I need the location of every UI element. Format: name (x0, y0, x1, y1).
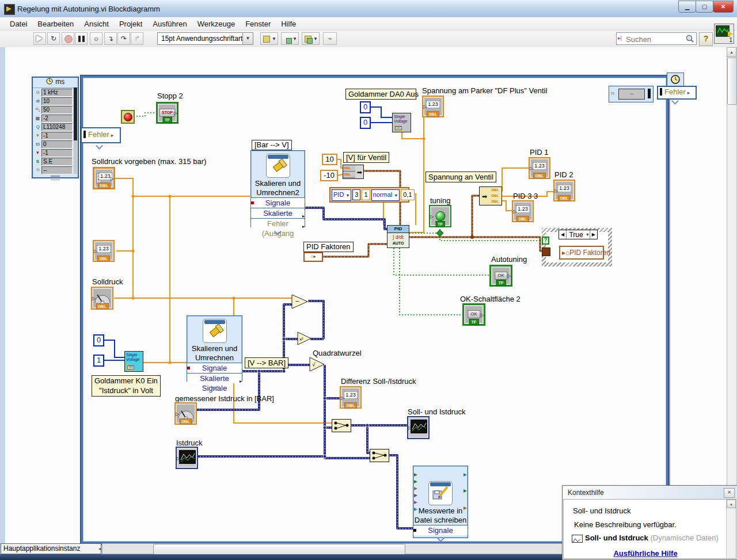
differenz-indicator[interactable]: ▷1.23DBL (340, 386, 362, 409)
tuning-terminal[interactable]: ▷ TF (429, 205, 451, 227)
vi-icon-badge[interactable]: 1 (714, 24, 734, 44)
context-help-close-button[interactable]: ✕ (724, 488, 735, 498)
font-selector[interactable]: 15pt Anwendungsschriftart ▼ (157, 32, 253, 45)
scroll-up-arrow[interactable]: ▲ (727, 47, 736, 57)
run-continuously-button[interactable]: ↻ (47, 32, 60, 45)
spannung-ventil-label[interactable]: Spannung an Ventil (426, 172, 496, 182)
loop-processor-value[interactable]: -2 (41, 115, 73, 123)
search-input[interactable] (625, 33, 685, 45)
constant-0[interactable]: 0 (360, 117, 371, 129)
case-next-arrow[interactable]: ▶ (590, 230, 597, 239)
express-output-fehler[interactable]: Fehler (Ausgang▸ (251, 218, 305, 228)
menu-hilfe[interactable]: Hilfe (276, 18, 301, 29)
spannung-parker-indicator[interactable]: ▷ 1.23 DBL (422, 96, 444, 117)
pid2-indicator[interactable]: ▷1.23DBL (553, 180, 575, 201)
loop-mode-value[interactable]: S.E (41, 158, 73, 166)
application-instance-selector[interactable]: Hauptapplikationsinstanz ◂ (1, 543, 101, 554)
case-selector[interactable]: ◀ True ▼ ▶ (559, 230, 598, 239)
run-button[interactable] (33, 32, 46, 45)
bar-to-v-label[interactable]: [Bar --> V] (252, 140, 292, 150)
loop-panel-handle[interactable] (51, 176, 60, 180)
minimize-button[interactable]: ▁ (678, 1, 696, 13)
expand-chevron[interactable] (187, 383, 242, 389)
ok2-terminal[interactable]: OK ▷ TF (462, 303, 485, 326)
maximize-button[interactable]: ▢ (696, 1, 713, 13)
timed-loop-right-data-node[interactable]: ?! -- (609, 86, 654, 102)
express-vi-skalieren1[interactable]: Skalieren und Umrechnen Signale Skaliert… (187, 315, 242, 382)
pid-autotuning-vi[interactable]: PID ∫ d⁄dt AUTO (387, 225, 409, 248)
search-history-icon[interactable]: ▸| (618, 35, 622, 41)
pause-button[interactable] (75, 32, 88, 45)
unbundle-node[interactable]: ➡ DBL DBL DBL (479, 186, 502, 205)
loop-t0-value[interactable]: 0 (41, 140, 73, 148)
loop-config-row[interactable]: ▦-2 (33, 114, 78, 123)
loop-config-row[interactable]: SS.E (33, 157, 78, 166)
menu-ansicht[interactable]: Ansicht (79, 18, 114, 29)
loop-rate-value[interactable]: 1 kHz (41, 89, 73, 97)
loop-stop-condition-node[interactable] (121, 110, 135, 124)
constant-1[interactable]: 1 (93, 355, 104, 367)
ring-selector-pid[interactable]: PID ▼ (332, 189, 351, 201)
vertical-scroll-thumb[interactable] (727, 58, 737, 105)
loop-name-value[interactable]: L110248 (41, 123, 73, 131)
stopp2-terminal[interactable]: STOP ▷ TF (156, 102, 178, 124)
pid-cluster-constant[interactable]: PID ▼ 3 1 normal ▼ 0,1 (329, 187, 409, 203)
menu-projekt[interactable]: Projekt (114, 18, 147, 29)
reorder-button[interactable]: ▼ (302, 32, 320, 45)
sqrt-node[interactable]: √ (309, 356, 326, 372)
expand-chevron[interactable] (251, 228, 305, 234)
distribute-objects-button[interactable]: ▼ (281, 32, 299, 45)
subtract-node[interactable]: − (291, 294, 309, 310)
dbl-indicator-left[interactable]: ▷1.23DBL (93, 240, 115, 262)
single-voltage-read-vi[interactable]: Single Voltage 000 (124, 351, 143, 372)
detailed-help-link[interactable]: Ausführliche Hilfe (564, 549, 727, 558)
square-node[interactable]: x² (297, 331, 313, 346)
loop-priority-value[interactable]: 50 (41, 106, 73, 114)
timed-loop-input-node[interactable]: ms ⊙1 kHz dt10 ³²₁50 ▦-2 QL110248 ▼-1 t0… (32, 77, 79, 178)
close-button[interactable]: ✕ (713, 1, 734, 13)
timed-loop-border[interactable] (81, 75, 668, 544)
soll-ist-chart-terminal[interactable]: ▷ (407, 416, 430, 439)
v-to-bar-label[interactable]: [V --> BAR] (245, 357, 288, 368)
loop-config-row[interactable]: QL110248 (33, 123, 78, 131)
step-over-button[interactable]: ↷ (117, 32, 130, 45)
context-help-window[interactable]: Kontexthilfe ✕ Soll- und Istdruck Keine … (562, 485, 737, 560)
error-in-node[interactable]: Fehler▸ (81, 127, 121, 143)
loop-config-row[interactable]: t00 (33, 140, 78, 148)
context-help-scrollbar[interactable]: ▲ (726, 500, 736, 558)
ring-selector-normal[interactable]: normal ▼ (371, 189, 400, 201)
cluster-value-1[interactable]: 1 (362, 189, 370, 200)
context-help-titlebar[interactable]: Kontexthilfe (563, 486, 736, 500)
menu-ausfuehren[interactable]: Ausführen (147, 18, 192, 29)
loop-deadline-value[interactable]: -1 (41, 149, 73, 157)
express-output-skalierte[interactable]: Skalierte Signale▸ (187, 373, 242, 383)
merge-signals-node[interactable] (332, 419, 351, 432)
express-output-skalierte[interactable]: Skalierte Signale▸ (251, 208, 305, 218)
v-fuer-ventil-label[interactable]: [V] für Ventil (343, 152, 389, 163)
case-selector-tunnel[interactable]: ? (542, 237, 549, 245)
solldruck-vorgeben-control[interactable]: ▲▼ 1.23 ▷ DBL (93, 167, 115, 189)
constant-0[interactable]: 0 (93, 334, 104, 346)
loop-wakeup-value[interactable]: -- (41, 166, 73, 174)
loop-timeout-value[interactable]: -1 (41, 132, 73, 140)
pid-faktoren-local-variable[interactable]: ⌂▸ (303, 252, 323, 262)
loop-config-row[interactable]: ³²₁50 (33, 105, 78, 114)
express-vi-write-file[interactable]: Messwerte in Datei schreiben Signale (413, 466, 468, 538)
loop-panel-scrollbar[interactable] (74, 87, 77, 174)
loop-error-out-node[interactable]: Fehler▸ (657, 86, 697, 100)
highlight-execution-button[interactable]: ☼ (90, 32, 102, 45)
loop-config-row[interactable]: ▼-1 (33, 131, 78, 140)
istdruck-chart-terminal[interactable]: ▷ (176, 447, 198, 469)
single-voltage-write-vi[interactable]: Single Voltage 000 (392, 113, 411, 132)
case-selector-value[interactable]: True (567, 231, 586, 239)
goldammer-k0-label[interactable]: Goldammer K0 Ein "Istdruck" in Volt (92, 375, 161, 397)
constant-0[interactable]: 0 (360, 101, 371, 113)
gemessener-gauge-indicator[interactable]: ▷ DBL (174, 402, 197, 425)
clean-up-diagram-button[interactable]: ⌁ (323, 32, 337, 45)
menu-fenster[interactable]: Fenster (240, 18, 276, 29)
pid33-indicator[interactable]: ▷1.23DBL (512, 200, 534, 222)
express-input-signale[interactable]: Signale (187, 363, 242, 373)
menu-bearbeiten[interactable]: Bearbeiten (32, 18, 79, 29)
loop-config-row[interactable]: ⊙1 kHz (33, 88, 78, 97)
merge-signals-node[interactable] (370, 449, 389, 462)
